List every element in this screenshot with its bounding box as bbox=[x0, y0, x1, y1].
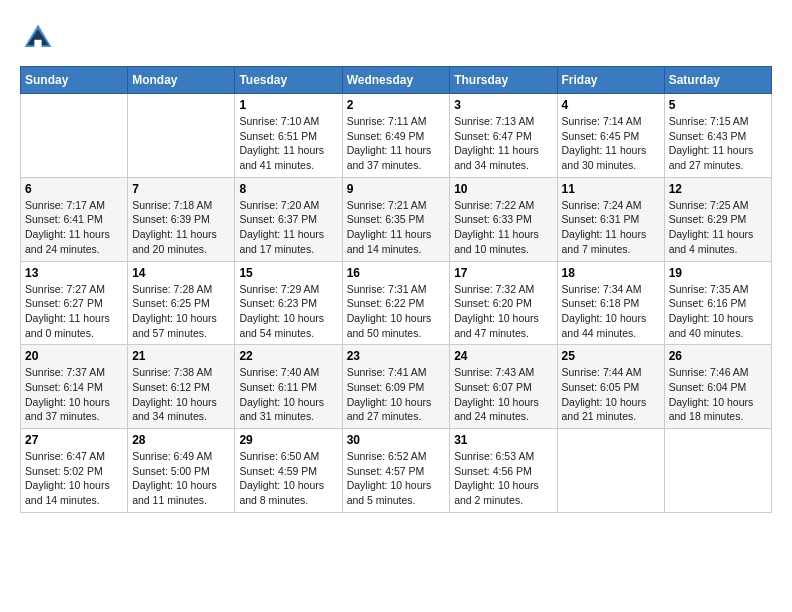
calendar-cell: 31Sunrise: 6:53 AM Sunset: 4:56 PM Dayli… bbox=[450, 429, 557, 513]
day-detail: Sunrise: 6:49 AM Sunset: 5:00 PM Dayligh… bbox=[132, 449, 230, 508]
day-detail: Sunrise: 6:50 AM Sunset: 4:59 PM Dayligh… bbox=[239, 449, 337, 508]
calendar-week-1: 1Sunrise: 7:10 AM Sunset: 6:51 PM Daylig… bbox=[21, 94, 772, 178]
calendar-cell: 23Sunrise: 7:41 AM Sunset: 6:09 PM Dayli… bbox=[342, 345, 450, 429]
calendar-week-2: 6Sunrise: 7:17 AM Sunset: 6:41 PM Daylig… bbox=[21, 177, 772, 261]
day-number: 8 bbox=[239, 182, 337, 196]
calendar-cell: 17Sunrise: 7:32 AM Sunset: 6:20 PM Dayli… bbox=[450, 261, 557, 345]
logo bbox=[20, 20, 62, 56]
calendar: SundayMondayTuesdayWednesdayThursdayFrid… bbox=[20, 66, 772, 513]
day-number: 9 bbox=[347, 182, 446, 196]
day-number: 11 bbox=[562, 182, 660, 196]
day-number: 1 bbox=[239, 98, 337, 112]
calendar-cell: 22Sunrise: 7:40 AM Sunset: 6:11 PM Dayli… bbox=[235, 345, 342, 429]
day-detail: Sunrise: 7:25 AM Sunset: 6:29 PM Dayligh… bbox=[669, 198, 767, 257]
calendar-cell: 15Sunrise: 7:29 AM Sunset: 6:23 PM Dayli… bbox=[235, 261, 342, 345]
day-number: 31 bbox=[454, 433, 552, 447]
calendar-cell: 2Sunrise: 7:11 AM Sunset: 6:49 PM Daylig… bbox=[342, 94, 450, 178]
day-detail: Sunrise: 7:13 AM Sunset: 6:47 PM Dayligh… bbox=[454, 114, 552, 173]
calendar-cell: 6Sunrise: 7:17 AM Sunset: 6:41 PM Daylig… bbox=[21, 177, 128, 261]
day-detail: Sunrise: 7:15 AM Sunset: 6:43 PM Dayligh… bbox=[669, 114, 767, 173]
calendar-cell: 25Sunrise: 7:44 AM Sunset: 6:05 PM Dayli… bbox=[557, 345, 664, 429]
calendar-cell: 7Sunrise: 7:18 AM Sunset: 6:39 PM Daylig… bbox=[128, 177, 235, 261]
day-detail: Sunrise: 7:35 AM Sunset: 6:16 PM Dayligh… bbox=[669, 282, 767, 341]
calendar-cell: 24Sunrise: 7:43 AM Sunset: 6:07 PM Dayli… bbox=[450, 345, 557, 429]
page-header bbox=[20, 20, 772, 56]
day-detail: Sunrise: 7:44 AM Sunset: 6:05 PM Dayligh… bbox=[562, 365, 660, 424]
day-number: 4 bbox=[562, 98, 660, 112]
day-detail: Sunrise: 7:40 AM Sunset: 6:11 PM Dayligh… bbox=[239, 365, 337, 424]
day-number: 21 bbox=[132, 349, 230, 363]
day-detail: Sunrise: 6:53 AM Sunset: 4:56 PM Dayligh… bbox=[454, 449, 552, 508]
calendar-cell: 14Sunrise: 7:28 AM Sunset: 6:25 PM Dayli… bbox=[128, 261, 235, 345]
calendar-cell: 8Sunrise: 7:20 AM Sunset: 6:37 PM Daylig… bbox=[235, 177, 342, 261]
calendar-cell: 18Sunrise: 7:34 AM Sunset: 6:18 PM Dayli… bbox=[557, 261, 664, 345]
day-number: 5 bbox=[669, 98, 767, 112]
calendar-header-row: SundayMondayTuesdayWednesdayThursdayFrid… bbox=[21, 67, 772, 94]
calendar-cell: 10Sunrise: 7:22 AM Sunset: 6:33 PM Dayli… bbox=[450, 177, 557, 261]
calendar-cell: 26Sunrise: 7:46 AM Sunset: 6:04 PM Dayli… bbox=[664, 345, 771, 429]
day-number: 15 bbox=[239, 266, 337, 280]
calendar-cell: 19Sunrise: 7:35 AM Sunset: 6:16 PM Dayli… bbox=[664, 261, 771, 345]
calendar-cell: 21Sunrise: 7:38 AM Sunset: 6:12 PM Dayli… bbox=[128, 345, 235, 429]
calendar-header-saturday: Saturday bbox=[664, 67, 771, 94]
day-detail: Sunrise: 7:38 AM Sunset: 6:12 PM Dayligh… bbox=[132, 365, 230, 424]
calendar-body: 1Sunrise: 7:10 AM Sunset: 6:51 PM Daylig… bbox=[21, 94, 772, 513]
day-number: 18 bbox=[562, 266, 660, 280]
day-detail: Sunrise: 7:10 AM Sunset: 6:51 PM Dayligh… bbox=[239, 114, 337, 173]
day-number: 30 bbox=[347, 433, 446, 447]
calendar-cell: 20Sunrise: 7:37 AM Sunset: 6:14 PM Dayli… bbox=[21, 345, 128, 429]
calendar-cell: 30Sunrise: 6:52 AM Sunset: 4:57 PM Dayli… bbox=[342, 429, 450, 513]
calendar-cell: 29Sunrise: 6:50 AM Sunset: 4:59 PM Dayli… bbox=[235, 429, 342, 513]
calendar-cell: 3Sunrise: 7:13 AM Sunset: 6:47 PM Daylig… bbox=[450, 94, 557, 178]
day-detail: Sunrise: 7:17 AM Sunset: 6:41 PM Dayligh… bbox=[25, 198, 123, 257]
calendar-cell: 1Sunrise: 7:10 AM Sunset: 6:51 PM Daylig… bbox=[235, 94, 342, 178]
day-detail: Sunrise: 7:20 AM Sunset: 6:37 PM Dayligh… bbox=[239, 198, 337, 257]
day-detail: Sunrise: 7:21 AM Sunset: 6:35 PM Dayligh… bbox=[347, 198, 446, 257]
calendar-header-friday: Friday bbox=[557, 67, 664, 94]
day-detail: Sunrise: 7:37 AM Sunset: 6:14 PM Dayligh… bbox=[25, 365, 123, 424]
calendar-cell: 11Sunrise: 7:24 AM Sunset: 6:31 PM Dayli… bbox=[557, 177, 664, 261]
day-number: 25 bbox=[562, 349, 660, 363]
day-number: 6 bbox=[25, 182, 123, 196]
svg-rect-2 bbox=[34, 40, 41, 47]
day-detail: Sunrise: 7:32 AM Sunset: 6:20 PM Dayligh… bbox=[454, 282, 552, 341]
calendar-cell: 12Sunrise: 7:25 AM Sunset: 6:29 PM Dayli… bbox=[664, 177, 771, 261]
day-detail: Sunrise: 7:11 AM Sunset: 6:49 PM Dayligh… bbox=[347, 114, 446, 173]
day-detail: Sunrise: 7:24 AM Sunset: 6:31 PM Dayligh… bbox=[562, 198, 660, 257]
calendar-week-3: 13Sunrise: 7:27 AM Sunset: 6:27 PM Dayli… bbox=[21, 261, 772, 345]
day-number: 10 bbox=[454, 182, 552, 196]
day-detail: Sunrise: 7:14 AM Sunset: 6:45 PM Dayligh… bbox=[562, 114, 660, 173]
day-detail: Sunrise: 7:34 AM Sunset: 6:18 PM Dayligh… bbox=[562, 282, 660, 341]
calendar-header-monday: Monday bbox=[128, 67, 235, 94]
day-detail: Sunrise: 6:52 AM Sunset: 4:57 PM Dayligh… bbox=[347, 449, 446, 508]
day-detail: Sunrise: 7:31 AM Sunset: 6:22 PM Dayligh… bbox=[347, 282, 446, 341]
calendar-header-tuesday: Tuesday bbox=[235, 67, 342, 94]
day-detail: Sunrise: 7:28 AM Sunset: 6:25 PM Dayligh… bbox=[132, 282, 230, 341]
day-number: 28 bbox=[132, 433, 230, 447]
day-detail: Sunrise: 7:29 AM Sunset: 6:23 PM Dayligh… bbox=[239, 282, 337, 341]
day-number: 17 bbox=[454, 266, 552, 280]
calendar-cell: 4Sunrise: 7:14 AM Sunset: 6:45 PM Daylig… bbox=[557, 94, 664, 178]
calendar-cell bbox=[128, 94, 235, 178]
day-detail: Sunrise: 7:46 AM Sunset: 6:04 PM Dayligh… bbox=[669, 365, 767, 424]
day-number: 7 bbox=[132, 182, 230, 196]
logo-icon bbox=[20, 20, 56, 56]
day-detail: Sunrise: 7:18 AM Sunset: 6:39 PM Dayligh… bbox=[132, 198, 230, 257]
day-number: 2 bbox=[347, 98, 446, 112]
day-number: 3 bbox=[454, 98, 552, 112]
calendar-cell: 9Sunrise: 7:21 AM Sunset: 6:35 PM Daylig… bbox=[342, 177, 450, 261]
day-number: 26 bbox=[669, 349, 767, 363]
calendar-week-4: 20Sunrise: 7:37 AM Sunset: 6:14 PM Dayli… bbox=[21, 345, 772, 429]
day-number: 29 bbox=[239, 433, 337, 447]
day-number: 20 bbox=[25, 349, 123, 363]
calendar-cell bbox=[557, 429, 664, 513]
day-number: 14 bbox=[132, 266, 230, 280]
day-number: 22 bbox=[239, 349, 337, 363]
calendar-cell: 5Sunrise: 7:15 AM Sunset: 6:43 PM Daylig… bbox=[664, 94, 771, 178]
day-detail: Sunrise: 7:41 AM Sunset: 6:09 PM Dayligh… bbox=[347, 365, 446, 424]
day-number: 27 bbox=[25, 433, 123, 447]
day-number: 13 bbox=[25, 266, 123, 280]
day-detail: Sunrise: 7:27 AM Sunset: 6:27 PM Dayligh… bbox=[25, 282, 123, 341]
calendar-header-sunday: Sunday bbox=[21, 67, 128, 94]
day-number: 24 bbox=[454, 349, 552, 363]
